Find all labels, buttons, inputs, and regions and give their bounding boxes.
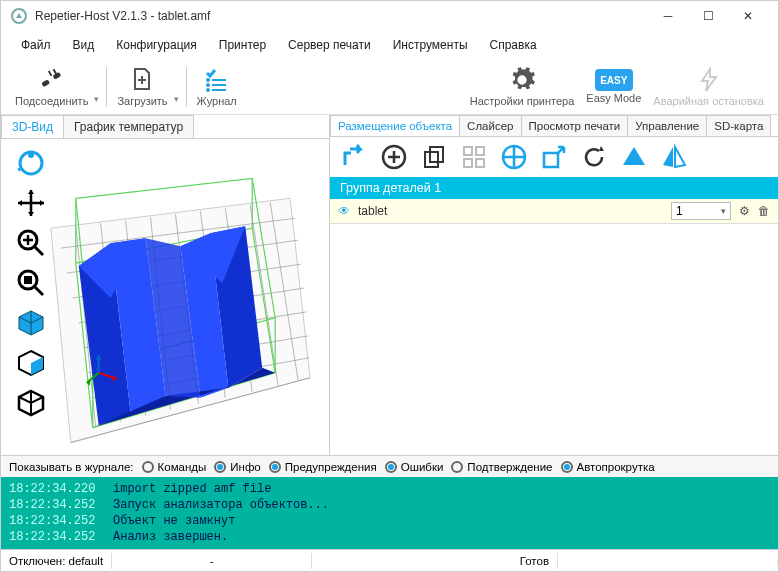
svg-rect-3 xyxy=(52,69,56,75)
easy-mode-button[interactable]: EASY Easy Mode xyxy=(580,67,647,106)
log-filter: Показывать в журнале: Команды Инфо Преду… xyxy=(1,455,778,477)
close-button[interactable]: ✕ xyxy=(728,2,768,30)
app-icon xyxy=(11,8,27,24)
rotate-object-button[interactable] xyxy=(578,141,610,173)
export-button[interactable] xyxy=(338,141,370,173)
3d-canvas[interactable] xyxy=(1,139,329,455)
svg-point-57 xyxy=(28,152,34,158)
log-button[interactable]: Журнал xyxy=(191,64,243,109)
maximize-button[interactable]: ☐ xyxy=(688,2,728,30)
svg-rect-50 xyxy=(464,147,472,155)
tab-temperature-graph[interactable]: График температур xyxy=(63,115,194,138)
file-add-icon xyxy=(128,66,156,94)
easy-mode-label: Easy Mode xyxy=(586,92,641,104)
menu-file[interactable]: Файл xyxy=(11,34,61,56)
menubar: Файл Вид Конфигурация Принтер Сервер печ… xyxy=(1,31,778,59)
svg-rect-6 xyxy=(212,89,226,91)
rotate-view-button[interactable] xyxy=(13,145,49,181)
emergency-stop-button[interactable]: Аварийная остановка xyxy=(647,64,770,109)
add-object-button[interactable] xyxy=(378,141,410,173)
menu-config[interactable]: Конфигурация xyxy=(106,34,207,56)
move-view-button[interactable] xyxy=(13,185,49,221)
filter-errors[interactable]: Ошибки xyxy=(385,461,444,473)
connect-button[interactable]: Подсоединить xyxy=(9,64,94,109)
printer-settings-label: Настройки принтера xyxy=(470,95,575,107)
trash-icon[interactable]: 🗑 xyxy=(758,204,770,218)
log-line: 18:22:34.220import zipped amf file xyxy=(1,481,778,497)
zoom-view-button[interactable] xyxy=(13,225,49,261)
tab-3d-view[interactable]: 3D-Вид xyxy=(1,115,64,138)
svg-rect-52 xyxy=(464,159,472,167)
chevron-down-icon[interactable]: ▾ xyxy=(721,206,726,216)
plug-icon xyxy=(38,66,66,94)
filter-info[interactable]: Инфо xyxy=(214,461,260,473)
mirror-object-button[interactable] xyxy=(658,141,690,173)
tab-object-placement[interactable]: Размещение объекта xyxy=(330,115,460,136)
menu-printserver[interactable]: Сервер печати xyxy=(278,34,381,56)
object-quantity-value: 1 xyxy=(676,204,683,218)
minimize-button[interactable]: ─ xyxy=(648,2,688,30)
svg-line-59 xyxy=(35,247,43,255)
load-dropdown-icon[interactable]: ▾ xyxy=(174,94,182,104)
tab-slicer[interactable]: Слайсер xyxy=(459,115,521,136)
filter-ack[interactable]: Подтверждение xyxy=(451,461,552,473)
checklist-icon xyxy=(203,66,231,94)
object-toolbar xyxy=(330,137,778,177)
load-label: Загрузить xyxy=(117,95,167,107)
tab-control[interactable]: Управление xyxy=(627,115,707,136)
connect-label: Подсоединить xyxy=(15,95,88,107)
svg-rect-4 xyxy=(212,79,226,81)
status-progress xyxy=(558,559,778,563)
scale-object-button[interactable] xyxy=(538,141,570,173)
toolbar: Подсоединить ▾ Загрузить ▾ Журнал Настро… xyxy=(1,59,778,115)
separator xyxy=(106,67,107,107)
load-button[interactable]: Загрузить xyxy=(111,64,173,109)
svg-rect-55 xyxy=(544,153,558,167)
right-panel: Размещение объекта Слайсер Просмотр печа… xyxy=(330,115,778,455)
filter-warnings[interactable]: Предупреждения xyxy=(269,461,377,473)
menu-printer[interactable]: Принтер xyxy=(209,34,276,56)
easy-badge-icon: EASY xyxy=(595,69,633,91)
svg-point-9 xyxy=(206,88,210,92)
copy-object-button[interactable] xyxy=(418,141,450,173)
left-tabs: 3D-Вид График температур xyxy=(1,115,329,139)
autoposition-button[interactable] xyxy=(458,141,490,173)
view-solid-button[interactable] xyxy=(618,141,650,173)
log-label: Журнал xyxy=(197,95,237,107)
filter-commands[interactable]: Команды xyxy=(142,461,207,473)
svg-rect-53 xyxy=(476,159,484,167)
separator xyxy=(186,67,187,107)
titlebar: Repetier-Host V2.1.3 - tablet.amf ─ ☐ ✕ xyxy=(1,1,778,31)
fit-view-button[interactable] xyxy=(13,265,49,301)
group-header: Группа деталей 1 xyxy=(330,177,778,199)
3d-preview-scene xyxy=(1,139,329,455)
status-ready: Готов xyxy=(512,553,558,569)
left-panel: 3D-Вид График температур xyxy=(1,115,330,455)
log-panel[interactable]: 18:22:34.220import zipped amf file 18:22… xyxy=(1,477,778,549)
bolt-icon xyxy=(695,66,723,94)
tab-sd-card[interactable]: SD-карта xyxy=(706,115,771,136)
printer-settings-button[interactable]: Настройки принтера xyxy=(464,64,581,109)
svg-rect-62 xyxy=(24,276,32,284)
status-connection: Отключен: default xyxy=(1,553,112,569)
menu-view[interactable]: Вид xyxy=(63,34,105,56)
work-area: 3D-Вид График температур xyxy=(1,115,778,455)
log-line: 18:22:34.252Объект не замкнут xyxy=(1,513,778,529)
status-dash: - xyxy=(112,553,312,569)
object-quantity-stepper[interactable]: 1▾ xyxy=(671,202,731,220)
menu-tools[interactable]: Инструменты xyxy=(383,34,478,56)
gear-icon[interactable]: ⚙ xyxy=(739,204,750,218)
menu-help[interactable]: Справка xyxy=(480,34,547,56)
center-object-button[interactable] xyxy=(498,141,530,173)
parallel-view-button[interactable] xyxy=(13,385,49,421)
gear-icon xyxy=(508,66,536,94)
object-row[interactable]: 👁 tablet 1▾ ⚙ 🗑 xyxy=(330,199,778,224)
front-view-button[interactable] xyxy=(13,345,49,381)
eye-icon[interactable]: 👁 xyxy=(338,204,350,218)
iso-view-button[interactable] xyxy=(13,305,49,341)
connect-dropdown-icon[interactable]: ▾ xyxy=(94,94,102,104)
tab-print-preview[interactable]: Просмотр печати xyxy=(521,115,629,136)
filter-autoscroll[interactable]: Автопрокрутка xyxy=(561,461,655,473)
svg-rect-49 xyxy=(430,147,443,162)
svg-rect-0 xyxy=(41,79,50,87)
